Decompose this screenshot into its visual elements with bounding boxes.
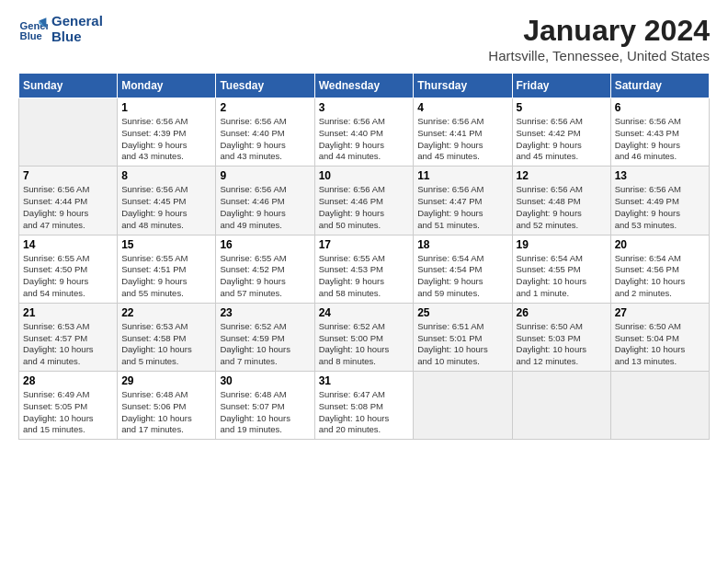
day-info: Sunrise: 6:56 AM Sunset: 4:41 PM Dayligh… — [417, 116, 507, 163]
day-number: 21 — [23, 306, 113, 319]
day-number: 20 — [615, 238, 705, 251]
calendar-cell: 8 Sunrise: 6:56 AM Sunset: 4:45 PM Dayli… — [118, 167, 216, 235]
day-info: Sunrise: 6:54 AM Sunset: 4:55 PM Dayligh… — [517, 253, 607, 300]
day-info: Sunrise: 6:50 AM Sunset: 5:04 PM Dayligh… — [615, 321, 705, 368]
calendar-cell: 29 Sunrise: 6:48 AM Sunset: 5:06 PM Dayl… — [118, 372, 216, 440]
day-info: Sunrise: 6:53 AM Sunset: 4:57 PM Dayligh… — [23, 321, 113, 368]
day-number: 26 — [517, 306, 607, 319]
header-monday: Monday — [118, 74, 216, 98]
calendar-cell: 20 Sunrise: 6:54 AM Sunset: 4:56 PM Dayl… — [610, 235, 709, 303]
calendar-cell: 14 Sunrise: 6:55 AM Sunset: 4:50 PM Dayl… — [19, 235, 118, 303]
day-info: Sunrise: 6:48 AM Sunset: 5:06 PM Dayligh… — [121, 389, 211, 436]
day-info: Sunrise: 6:56 AM Sunset: 4:48 PM Dayligh… — [517, 184, 607, 231]
day-number: 4 — [417, 101, 507, 114]
day-info: Sunrise: 6:53 AM Sunset: 4:58 PM Dayligh… — [121, 321, 211, 368]
calendar-cell: 6 Sunrise: 6:56 AM Sunset: 4:43 PM Dayli… — [610, 98, 709, 167]
day-info: Sunrise: 6:56 AM Sunset: 4:40 PM Dayligh… — [319, 116, 410, 163]
day-number: 24 — [319, 306, 410, 319]
calendar-cell: 19 Sunrise: 6:54 AM Sunset: 4:55 PM Dayl… — [512, 235, 610, 303]
day-number: 7 — [23, 169, 113, 182]
calendar-cell — [19, 98, 118, 167]
day-number: 16 — [220, 238, 310, 251]
calendar-cell: 16 Sunrise: 6:55 AM Sunset: 4:52 PM Dayl… — [216, 235, 314, 303]
header-friday: Friday — [512, 74, 610, 98]
calendar-cell: 1 Sunrise: 6:56 AM Sunset: 4:39 PM Dayli… — [118, 98, 216, 167]
day-number: 27 — [615, 306, 705, 319]
calendar-cell: 23 Sunrise: 6:52 AM Sunset: 4:59 PM Dayl… — [216, 303, 314, 371]
day-number: 6 — [615, 101, 705, 114]
day-info: Sunrise: 6:55 AM Sunset: 4:52 PM Dayligh… — [220, 253, 310, 300]
calendar-cell: 17 Sunrise: 6:55 AM Sunset: 4:53 PM Dayl… — [314, 235, 414, 303]
calendar-cell: 30 Sunrise: 6:48 AM Sunset: 5:07 PM Dayl… — [216, 372, 314, 440]
calendar-cell: 5 Sunrise: 6:56 AM Sunset: 4:42 PM Dayli… — [512, 98, 610, 167]
calendar-cell — [414, 372, 512, 440]
day-info: Sunrise: 6:52 AM Sunset: 5:00 PM Dayligh… — [319, 321, 410, 368]
calendar-cell: 7 Sunrise: 6:56 AM Sunset: 4:44 PM Dayli… — [19, 167, 118, 235]
calendar-cell: 31 Sunrise: 6:47 AM Sunset: 5:08 PM Dayl… — [314, 372, 414, 440]
day-info: Sunrise: 6:52 AM Sunset: 4:59 PM Dayligh… — [220, 321, 310, 368]
day-number: 28 — [23, 374, 113, 387]
day-info: Sunrise: 6:56 AM Sunset: 4:49 PM Dayligh… — [615, 184, 705, 231]
calendar-cell: 27 Sunrise: 6:50 AM Sunset: 5:04 PM Dayl… — [610, 303, 709, 371]
calendar-cell: 25 Sunrise: 6:51 AM Sunset: 5:01 PM Dayl… — [414, 303, 512, 371]
day-info: Sunrise: 6:55 AM Sunset: 4:53 PM Dayligh… — [319, 253, 410, 300]
logo-icon: General Blue — [18, 15, 48, 44]
calendar-cell — [512, 372, 610, 440]
day-info: Sunrise: 6:56 AM Sunset: 4:39 PM Dayligh… — [121, 116, 211, 163]
day-number: 1 — [121, 101, 211, 114]
day-number: 14 — [23, 238, 113, 251]
calendar-cell: 11 Sunrise: 6:56 AM Sunset: 4:47 PM Dayl… — [414, 167, 512, 235]
day-info: Sunrise: 6:56 AM Sunset: 4:44 PM Dayligh… — [23, 184, 113, 231]
header-tuesday: Tuesday — [216, 74, 314, 98]
day-number: 2 — [220, 101, 310, 114]
calendar-week-row: 1 Sunrise: 6:56 AM Sunset: 4:39 PM Dayli… — [19, 98, 710, 167]
day-number: 11 — [417, 169, 507, 182]
day-info: Sunrise: 6:49 AM Sunset: 5:05 PM Dayligh… — [23, 389, 113, 436]
calendar-cell: 22 Sunrise: 6:53 AM Sunset: 4:58 PM Dayl… — [118, 303, 216, 371]
day-info: Sunrise: 6:56 AM Sunset: 4:46 PM Dayligh… — [220, 184, 310, 231]
day-number: 12 — [517, 169, 607, 182]
page-header: General Blue General Blue January 2024 H… — [18, 14, 710, 63]
day-info: Sunrise: 6:54 AM Sunset: 4:54 PM Dayligh… — [417, 253, 507, 300]
header-saturday: Saturday — [610, 74, 709, 98]
day-info: Sunrise: 6:55 AM Sunset: 4:51 PM Dayligh… — [121, 253, 211, 300]
day-number: 30 — [220, 374, 310, 387]
day-number: 29 — [121, 374, 211, 387]
day-number: 31 — [319, 374, 410, 387]
calendar-header-row: Sunday Monday Tuesday Wednesday Thursday… — [19, 74, 710, 98]
day-info: Sunrise: 6:54 AM Sunset: 4:56 PM Dayligh… — [615, 253, 705, 300]
day-number: 23 — [220, 306, 310, 319]
day-number: 5 — [517, 101, 607, 114]
day-number: 18 — [417, 238, 507, 251]
calendar-cell: 12 Sunrise: 6:56 AM Sunset: 4:48 PM Dayl… — [512, 167, 610, 235]
day-info: Sunrise: 6:56 AM Sunset: 4:42 PM Dayligh… — [517, 116, 607, 163]
day-info: Sunrise: 6:56 AM Sunset: 4:47 PM Dayligh… — [417, 184, 507, 231]
calendar-cell: 26 Sunrise: 6:50 AM Sunset: 5:03 PM Dayl… — [512, 303, 610, 371]
calendar-cell — [610, 372, 709, 440]
calendar-cell: 9 Sunrise: 6:56 AM Sunset: 4:46 PM Dayli… — [216, 167, 314, 235]
day-number: 10 — [319, 169, 410, 182]
calendar-cell: 18 Sunrise: 6:54 AM Sunset: 4:54 PM Dayl… — [414, 235, 512, 303]
day-info: Sunrise: 6:56 AM Sunset: 4:43 PM Dayligh… — [615, 116, 705, 163]
calendar-week-row: 14 Sunrise: 6:55 AM Sunset: 4:50 PM Dayl… — [19, 235, 710, 303]
calendar-cell: 10 Sunrise: 6:56 AM Sunset: 4:46 PM Dayl… — [314, 167, 414, 235]
calendar-table: Sunday Monday Tuesday Wednesday Thursday… — [18, 73, 710, 440]
day-info: Sunrise: 6:56 AM Sunset: 4:40 PM Dayligh… — [220, 116, 310, 163]
calendar-cell: 2 Sunrise: 6:56 AM Sunset: 4:40 PM Dayli… — [216, 98, 314, 167]
calendar-cell: 21 Sunrise: 6:53 AM Sunset: 4:57 PM Dayl… — [19, 303, 118, 371]
day-info: Sunrise: 6:51 AM Sunset: 5:01 PM Dayligh… — [417, 321, 507, 368]
logo-text-blue: Blue — [51, 29, 103, 45]
location: Hartsville, Tennessee, United States — [488, 48, 710, 63]
header-wednesday: Wednesday — [314, 74, 414, 98]
title-section: January 2024 Hartsville, Tennessee, Unit… — [488, 14, 710, 63]
day-info: Sunrise: 6:47 AM Sunset: 5:08 PM Dayligh… — [319, 389, 410, 436]
svg-text:Blue: Blue — [20, 30, 42, 41]
calendar-cell: 13 Sunrise: 6:56 AM Sunset: 4:49 PM Dayl… — [610, 167, 709, 235]
day-info: Sunrise: 6:48 AM Sunset: 5:07 PM Dayligh… — [220, 389, 310, 436]
day-number: 9 — [220, 169, 310, 182]
logo-text-general: General — [51, 14, 103, 29]
calendar-cell: 24 Sunrise: 6:52 AM Sunset: 5:00 PM Dayl… — [314, 303, 414, 371]
day-info: Sunrise: 6:55 AM Sunset: 4:50 PM Dayligh… — [23, 253, 113, 300]
day-number: 15 — [121, 238, 211, 251]
day-info: Sunrise: 6:50 AM Sunset: 5:03 PM Dayligh… — [517, 321, 607, 368]
